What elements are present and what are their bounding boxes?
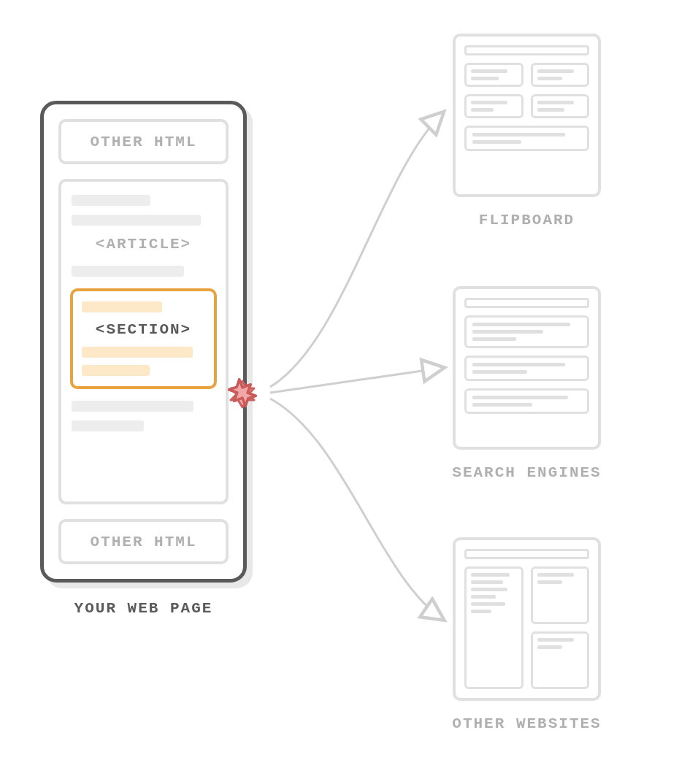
webpage-box: OTHER HTML <ARTICLE> <SECTION> OTHER HTM… bbox=[40, 101, 247, 583]
card-cell bbox=[531, 566, 590, 624]
card-footer-box bbox=[464, 126, 589, 151]
card-cell bbox=[464, 63, 524, 87]
card-cell bbox=[464, 94, 524, 118]
result-row bbox=[464, 315, 589, 348]
placeholder-line bbox=[472, 330, 543, 334]
placeholder-line bbox=[471, 588, 507, 591]
placeholder-line bbox=[537, 101, 574, 104]
card-header-bar bbox=[464, 45, 589, 55]
placeholder-line bbox=[537, 108, 565, 112]
section-box: <SECTION> bbox=[70, 288, 217, 389]
placeholder-bar bbox=[72, 266, 184, 277]
arrow-to-other-websites bbox=[270, 399, 442, 619]
card-cell bbox=[531, 63, 590, 87]
placeholder-line bbox=[472, 363, 565, 366]
placeholder-bar bbox=[72, 401, 193, 412]
placeholder-line bbox=[537, 638, 574, 642]
card-cell bbox=[531, 631, 590, 689]
webpage-caption: YOUR WEB PAGE bbox=[40, 600, 247, 617]
placeholder-line bbox=[471, 77, 499, 80]
other-html-label: OTHER HTML bbox=[90, 134, 196, 150]
placeholder-line bbox=[472, 337, 516, 341]
card-grid bbox=[464, 566, 589, 689]
placeholder-line bbox=[471, 573, 510, 577]
arrow-to-search-engines bbox=[270, 368, 442, 393]
card-header-bar bbox=[464, 298, 589, 308]
placeholder-line bbox=[471, 610, 491, 613]
card-cell bbox=[531, 94, 590, 118]
other-html-top: OTHER HTML bbox=[58, 119, 229, 164]
placeholder-line bbox=[471, 602, 505, 606]
placeholder-line bbox=[537, 580, 562, 584]
other-html-label: OTHER HTML bbox=[90, 534, 196, 550]
card-grid bbox=[464, 63, 589, 118]
placeholder-bar bbox=[72, 215, 201, 226]
section-label: <SECTION> bbox=[82, 321, 205, 338]
result-row bbox=[464, 356, 589, 381]
placeholder-line bbox=[471, 580, 503, 584]
placeholder-bar bbox=[72, 420, 144, 431]
placeholder-line bbox=[472, 403, 532, 407]
placeholder-bar bbox=[72, 195, 150, 206]
placeholder-bar-highlight bbox=[82, 301, 162, 312]
result-row bbox=[464, 388, 589, 414]
placeholder-line bbox=[471, 69, 507, 73]
other-html-bottom: OTHER HTML bbox=[58, 519, 229, 564]
search-engines-label: SEARCH ENGINES bbox=[420, 464, 634, 481]
placeholder-line bbox=[472, 323, 570, 326]
placeholder-bar-highlight bbox=[82, 365, 150, 376]
placeholder-line bbox=[537, 573, 574, 577]
placeholder-line bbox=[537, 645, 562, 649]
error-x-icon bbox=[226, 377, 258, 409]
article-box: <ARTICLE> <SECTION> bbox=[58, 179, 229, 504]
placeholder-line bbox=[472, 140, 521, 144]
arrow-to-flipboard bbox=[270, 113, 442, 387]
article-label: <ARTICLE> bbox=[72, 236, 215, 253]
placeholder-line bbox=[471, 101, 507, 104]
placeholder-line bbox=[537, 69, 574, 73]
placeholder-line bbox=[472, 370, 527, 374]
placeholder-line bbox=[472, 396, 568, 399]
placeholder-line bbox=[471, 108, 494, 112]
other-websites-card bbox=[453, 537, 601, 701]
other-websites-label: OTHER WEBSITES bbox=[420, 715, 634, 732]
flipboard-label: FLIPBOARD bbox=[453, 212, 601, 228]
flipboard-card bbox=[453, 34, 601, 197]
placeholder-line bbox=[471, 595, 496, 599]
card-header-bar bbox=[464, 549, 589, 559]
card-cell-tall bbox=[464, 566, 524, 689]
placeholder-line bbox=[537, 77, 562, 80]
search-engines-card bbox=[453, 286, 601, 450]
placeholder-bar-highlight bbox=[82, 347, 193, 358]
placeholder-line bbox=[472, 133, 565, 137]
